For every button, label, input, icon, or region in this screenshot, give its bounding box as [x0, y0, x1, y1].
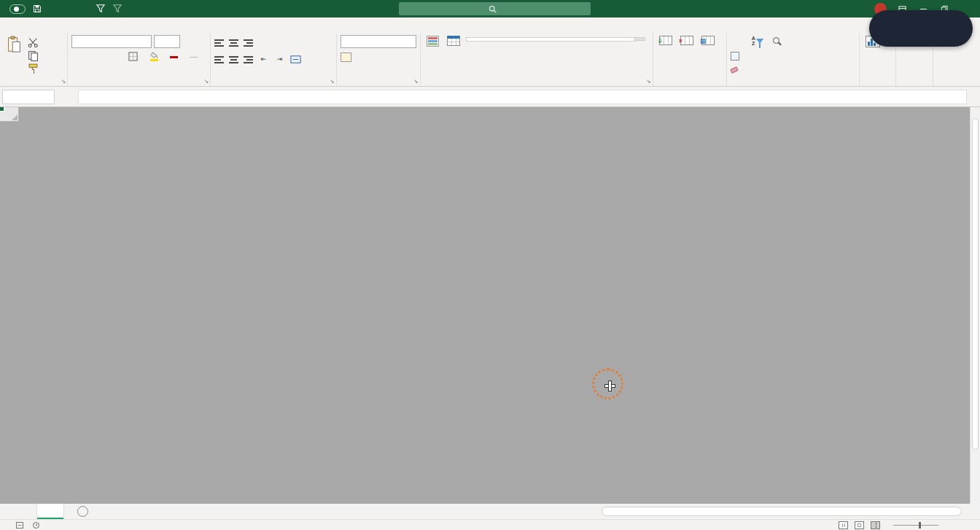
sheet-grid: [0, 107, 970, 504]
borders-button[interactable]: [128, 51, 139, 62]
page-layout-view-button[interactable]: [855, 521, 864, 529]
zoom-slider-thumb[interactable]: [919, 522, 921, 529]
accessibility-icon: [33, 522, 39, 529]
accounting-format-button[interactable]: [341, 52, 351, 62]
fill-icon: [731, 52, 739, 61]
format-as-table-button[interactable]: [445, 35, 462, 48]
fill-color-button[interactable]: [150, 52, 158, 61]
undo-icon[interactable]: [49, 3, 59, 15]
toggle-knob-icon: [14, 7, 19, 12]
mouse-cursor-ring: [592, 368, 623, 400]
sort-filter-icon: AZ: [752, 36, 763, 46]
accessibility-status: [33, 522, 42, 529]
number-dialog-launcher[interactable]: ↘: [413, 79, 419, 85]
magnifier-icon: [773, 37, 779, 44]
horizontal-scroll-thumb[interactable]: [602, 507, 962, 516]
copy-icon: [28, 50, 39, 61]
fill-button[interactable]: [731, 50, 746, 62]
vertical-scroll-thumb[interactable]: [972, 118, 979, 450]
alignment-dialog-launcher[interactable]: ↘: [330, 79, 335, 85]
copy-button[interactable]: [28, 50, 43, 62]
name-box[interactable]: [2, 90, 55, 104]
fill-color-swatch: [150, 59, 158, 61]
sheet-tab-sheet1[interactable]: [36, 504, 64, 519]
macro-record-icon[interactable]: [16, 522, 23, 529]
merge-center-icon: [290, 54, 301, 65]
increase-indent-icon[interactable]: ⇥: [274, 54, 285, 65]
italic-button[interactable]: [88, 51, 99, 62]
formula-input[interactable]: [78, 90, 967, 104]
font-color-button[interactable]: [170, 55, 178, 58]
paste-button[interactable]: [4, 35, 24, 55]
gallery-more-icon[interactable]: [635, 39, 645, 40]
vertical-scrollbar[interactable]: [970, 107, 980, 504]
group-alignment: ⇤ ⇥ ↘: [211, 33, 336, 86]
sort-filter-button[interactable]: AZ: [750, 35, 766, 48]
normal-view-button[interactable]: [839, 521, 848, 529]
number-format-select[interactable]: [341, 35, 416, 48]
align-bottom-icon[interactable]: [244, 39, 253, 47]
redo-icon: [72, 3, 82, 15]
group-font: ↘: [68, 33, 211, 86]
format-cells-button[interactable]: ▦: [699, 35, 717, 47]
eraser-icon: [730, 66, 739, 74]
font-size-select[interactable]: [154, 35, 180, 48]
group-cells: ⇩ × ▦: [653, 33, 727, 86]
cut-button[interactable]: [28, 36, 43, 49]
group-editing: AZ: [727, 33, 860, 86]
sum-icon: [731, 36, 742, 47]
format-painter-button[interactable]: [28, 63, 43, 75]
horizontal-scrollbar[interactable]: [598, 506, 970, 517]
gallery-scroll: [635, 37, 645, 41]
screen-recorder-widget: [869, 10, 973, 47]
conditional-formatting-icon: [427, 36, 439, 47]
zoom-slider[interactable]: [893, 525, 938, 526]
scroll-down-icon[interactable]: [971, 494, 980, 504]
autosum-button[interactable]: [731, 36, 746, 48]
selected-cell[interactable]: [0, 107, 3, 110]
clipboard-dialog-launcher[interactable]: ↘: [61, 79, 66, 85]
scissors-icon: [28, 37, 39, 48]
decrease-indent-icon[interactable]: ⇤: [258, 54, 269, 65]
cell-cursor-icon: [605, 381, 615, 391]
phonetic-guide-button[interactable]: [190, 56, 198, 58]
align-left-icon[interactable]: [214, 56, 224, 63]
scroll-up-icon[interactable]: [971, 107, 980, 117]
font-family-select[interactable]: [71, 35, 152, 48]
autosave-switch[interactable]: [9, 4, 26, 14]
underline-button[interactable]: [105, 51, 116, 62]
align-right-icon[interactable]: [244, 56, 253, 63]
styles-dialog-launcher[interactable]: ↘: [646, 79, 651, 85]
group-number: ↘: [337, 33, 421, 86]
merge-center-button[interactable]: [290, 53, 306, 66]
save-icon[interactable]: [32, 3, 42, 15]
find-select-button[interactable]: [769, 35, 783, 47]
autosave-toggle[interactable]: [7, 4, 26, 14]
bold-button[interactable]: [71, 51, 82, 62]
insert-cells-icon: ⇩: [659, 36, 672, 45]
font-dialog-launcher[interactable]: ↘: [203, 79, 209, 85]
delete-cells-button[interactable]: ×: [678, 35, 696, 47]
search-box[interactable]: [399, 2, 591, 15]
clear-filter-icon: [112, 3, 122, 15]
comma-style-button[interactable]: [380, 52, 391, 63]
align-middle-icon[interactable]: [229, 39, 238, 47]
clear-button[interactable]: [731, 63, 746, 76]
format-as-table-icon: [447, 36, 460, 46]
page-break-preview-button[interactable]: [871, 521, 880, 529]
conditional-formatting-button[interactable]: [424, 35, 441, 49]
insert-cells-button[interactable]: ⇩: [657, 35, 674, 47]
group-clipboard: ↘: [0, 33, 68, 86]
wrap-text-button[interactable]: [273, 36, 286, 49]
status-bar: [0, 519, 980, 530]
align-top-icon[interactable]: [214, 39, 224, 47]
quick-access-toolbar: [0, 3, 129, 15]
format-painter-icon: [28, 63, 39, 74]
new-sheet-button[interactable]: [77, 506, 88, 517]
grow-font-button[interactable]: [182, 36, 193, 47]
align-center-icon[interactable]: [229, 56, 238, 63]
percent-style-button[interactable]: [363, 52, 374, 63]
filter-icon[interactable]: [96, 3, 106, 15]
formula-bar: [0, 87, 980, 107]
shrink-font-button[interactable]: [195, 36, 206, 47]
